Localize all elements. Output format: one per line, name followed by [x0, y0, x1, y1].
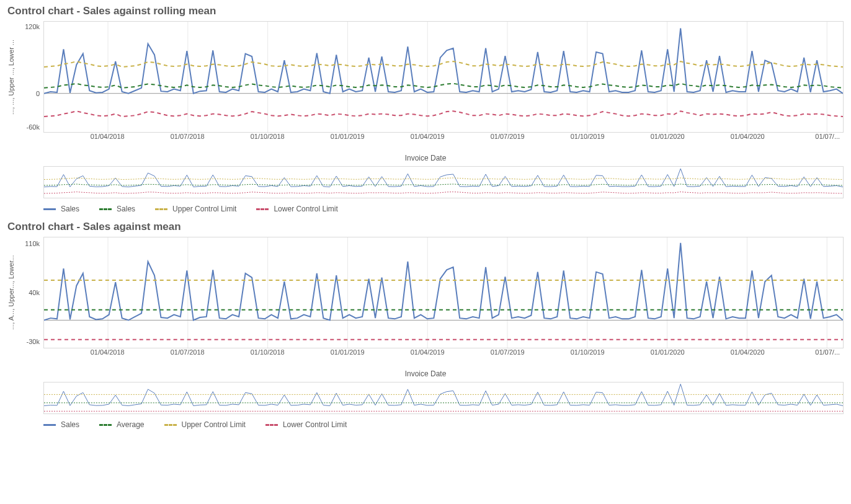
legend-swatch-icon [99, 208, 112, 210]
chart-overview-scrubber[interactable] [43, 166, 844, 198]
legend-label: Upper Control Limit [182, 420, 246, 429]
x-axis-ticks: 01/04/201801/07/201801/10/201801/01/2019… [43, 348, 844, 358]
legend-item-sales[interactable]: Sales [43, 205, 79, 213]
legend-swatch-icon [256, 208, 269, 210]
y-axis-ticks: -60k0120k [16, 21, 43, 133]
legend-swatch-icon [43, 424, 56, 426]
x-axis-ticks: 01/04/201801/07/201801/10/201801/01/2019… [43, 133, 844, 143]
y-axis-label: ..., ..., Upper ..., Lower ... [7, 21, 16, 133]
legend-item-lcl[interactable]: Lower Control Limit [265, 420, 347, 429]
x-axis-label: Invoice Date [7, 154, 844, 162]
chart-plot-area[interactable] [43, 237, 844, 348]
legend-swatch-icon [164, 424, 177, 426]
chart-legend: Sales Average Upper Control Limit Lower … [43, 420, 844, 429]
y-axis-label: ..., A..., Upper..., Lower... [7, 237, 16, 348]
legend-item-ucl[interactable]: Upper Control Limit [164, 420, 246, 429]
y-axis-ticks: -30k40k110k [16, 237, 43, 348]
control-chart-rolling-mean: Control chart - Sales against rolling me… [7, 5, 844, 213]
chart-legend: Sales Sales Upper Control Limit Lower Co… [43, 205, 844, 213]
legend-item-sales[interactable]: Sales [43, 420, 79, 429]
legend-swatch-icon [99, 424, 112, 426]
chart-title: Control chart - Sales against rolling me… [7, 5, 844, 17]
legend-swatch-icon [155, 208, 167, 210]
legend-swatch-icon [265, 424, 278, 426]
legend-label: Upper Control Limit [172, 205, 236, 213]
legend-label: Average [117, 420, 144, 429]
chart-overview-scrubber[interactable] [43, 382, 844, 414]
chart-title: Control chart - Sales against mean [7, 221, 844, 233]
legend-swatch-icon [43, 208, 56, 210]
x-axis-label: Invoice Date [7, 369, 844, 378]
chart-plot-area[interactable] [43, 21, 844, 133]
control-chart-mean: Control chart - Sales against mean ..., … [7, 221, 844, 429]
legend-item-ucl[interactable]: Upper Control Limit [155, 205, 236, 213]
legend-item-lcl[interactable]: Lower Control Limit [256, 205, 337, 213]
legend-label: Lower Control Limit [274, 205, 337, 213]
legend-item-sales-mean[interactable]: Sales [99, 205, 135, 213]
legend-label: Sales [61, 205, 79, 213]
legend-label: Sales [117, 205, 135, 213]
legend-label: Sales [61, 420, 79, 429]
legend-label: Lower Control Limit [283, 420, 347, 429]
legend-item-average[interactable]: Average [99, 420, 144, 429]
